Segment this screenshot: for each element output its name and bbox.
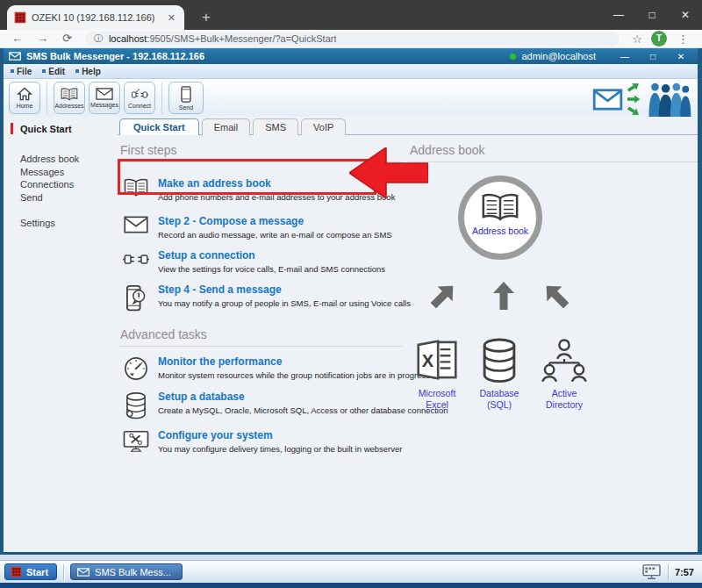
bookmark-star-icon[interactable]: ☆ [628, 32, 646, 46]
toolbar-addresses-button[interactable]: Addresses [54, 82, 85, 114]
phone-icon [181, 86, 191, 103]
logo-envelope-icon [592, 88, 624, 111]
item-setup-a-connection[interactable]: Setup a connection View the settings for… [118, 249, 402, 274]
item-send-a-message[interactable]: Step 4 - Send a message You may notify a… [118, 283, 402, 312]
app-menubar: File Edit Help [4, 64, 698, 79]
sidebar: Quick Start Address book Messages Connec… [4, 117, 118, 552]
item-title-link[interactable]: Setup a connection [158, 249, 385, 262]
sidebar-item-send[interactable]: Send [20, 191, 118, 204]
item-title-link[interactable]: Step 2 - Compose a message [158, 215, 392, 227]
monitor-tools-icon [121, 429, 151, 454]
menu-help[interactable]: Help [72, 67, 108, 76]
start-grid-icon [11, 566, 22, 577]
browser-minimize-button[interactable]: — [602, 0, 635, 30]
item-make-an-address-book[interactable]: Make an address book Add phone numbers a… [118, 171, 402, 202]
address-book-heading: Address book [408, 143, 698, 162]
quick-start-content: First steps Make an address book Add pho [118, 135, 698, 552]
tab-email[interactable]: Email [202, 118, 251, 135]
tab-voip[interactable]: VoIP [301, 118, 346, 135]
sidebar-item-settings[interactable]: Settings [20, 218, 118, 228]
content-tabs: Quick Start Email SMS VoIP [118, 117, 698, 135]
envelope-icon [121, 215, 151, 240]
address-book-icon [480, 193, 520, 222]
back-icon[interactable]: ← [7, 30, 27, 47]
item-compose-a-message[interactable]: Step 2 - Compose a message Record an aud… [118, 215, 402, 240]
app-toolbar: Home Addresses Messages [4, 79, 698, 117]
profile-avatar[interactable]: T [651, 31, 667, 47]
sidebar-item-messages[interactable]: Messages [20, 166, 118, 179]
item-setup-a-database[interactable]: Setup a database Create a MySQL, Oracle,… [118, 391, 402, 419]
address-bar[interactable]: ⓘ localhost:9505/SMS+Bulk+Messenger/?a=Q… [85, 32, 620, 47]
source-database-sql: Database (SQL) [469, 336, 530, 410]
source-label: Active Directory [534, 388, 595, 410]
svg-text:X: X [422, 351, 434, 370]
browser-chrome: OZEKI 10 (192.168.112.166) ✕ + — □ ✕ ← →… [0, 0, 702, 48]
plug-icon [131, 87, 148, 101]
menu-bullet-icon [42, 69, 46, 73]
start-button[interactable]: Start [4, 563, 57, 580]
url-path: :9505/SMS+Bulk+Messenger/?a=QuickStart [147, 33, 336, 44]
message-envelope-icon [96, 88, 113, 100]
browser-tab-title: OZEKI 10 (192.168.112.166) [32, 12, 161, 23]
menu-file[interactable]: File [7, 67, 39, 76]
item-monitor-the-performance[interactable]: Monitor the performance Monitor system r… [118, 355, 402, 381]
page-info-icon[interactable]: ⓘ [94, 32, 103, 45]
ozeki-logo [592, 82, 692, 117]
new-tab-button[interactable]: + [195, 7, 218, 28]
online-status-dot [510, 54, 516, 60]
taskbar-task-sms-bulk-messenger[interactable]: SMS Bulk Mess... [70, 563, 183, 580]
app-close-button[interactable]: ✕ [670, 52, 692, 61]
item-configure-your-system[interactable]: Configure your system You may configure … [118, 429, 402, 454]
tab-close-icon[interactable]: ✕ [166, 12, 177, 24]
tab-sms[interactable]: SMS [253, 118, 298, 135]
envelope-icon [77, 568, 90, 577]
source-label: Database (SQL) [469, 388, 530, 410]
logo-people-icon [647, 82, 692, 117]
taskbar-bottom-edge [0, 583, 702, 588]
forward-icon[interactable]: → [32, 30, 53, 47]
app-minimize-button[interactable]: — [613, 52, 636, 61]
menu-edit[interactable]: Edit [39, 67, 72, 76]
refresh-icon[interactable]: ⟳ [58, 30, 76, 47]
first-steps-heading: First steps [118, 143, 402, 162]
taskbar: Start SMS Bulk Mess... 7:57 [0, 560, 702, 583]
advanced-tasks-heading: Advanced tasks [118, 327, 402, 347]
active-directory-icon [534, 336, 595, 384]
item-title-link[interactable]: Monitor the performance [158, 355, 430, 368]
toolbar-send-button[interactable]: Send [168, 82, 204, 114]
item-title-link[interactable]: Setup a database [158, 391, 448, 403]
gauge-icon [121, 355, 151, 381]
tab-quick-start[interactable]: Quick Start [119, 118, 199, 135]
item-description: Add phone numbers and e-mail addresses t… [158, 192, 395, 202]
browser-tab[interactable]: OZEKI 10 (192.168.112.166) ✕ [7, 5, 184, 30]
browser-toolbar: ← → ⟳ ⓘ localhost:9505/SMS+Bulk+Messenge… [0, 30, 702, 48]
source-label: Microsoft Excel [406, 388, 468, 410]
sms-bulk-messenger-window: SMS Bulk Messenger - 192.168.112.166 adm… [0, 48, 702, 555]
toolbar-home-button[interactable]: Home [9, 82, 40, 114]
phone-message-icon [121, 283, 151, 312]
browser-close-button[interactable]: ✕ [669, 0, 702, 30]
url-text: localhost:9505/SMS+Bulk+Messenger/?a=Qui… [109, 33, 337, 44]
tray-monitor-icon[interactable] [642, 564, 662, 580]
item-title-link[interactable]: Make an address book [158, 177, 395, 190]
app-title: SMS Bulk Messenger - 192.168.112.166 [26, 51, 505, 61]
sidebar-item-connections[interactable]: Connections [20, 178, 118, 191]
taskbar-separator [668, 564, 669, 580]
browser-maximize-button[interactable]: □ [635, 0, 669, 30]
sidebar-item-quick-start[interactable]: Quick Start [11, 123, 118, 134]
ozeki-favicon-icon [14, 11, 26, 24]
toolbar-separator [47, 82, 47, 114]
excel-icon: X [406, 336, 468, 384]
app-maximize-button[interactable]: □ [641, 52, 664, 61]
toolbar-messages-button[interactable]: Messages [89, 82, 120, 114]
bubble-label: Address book [472, 226, 528, 236]
source-active-directory: Active Directory [534, 336, 595, 410]
item-title-link[interactable]: Configure your system [158, 429, 402, 441]
taskbar-clock: 7:57 [675, 567, 698, 577]
sidebar-item-address-book[interactable]: Address book [20, 153, 118, 166]
browser-menu-icon[interactable]: ⋮ [672, 32, 695, 46]
item-title-link[interactable]: Step 4 - Send a message [158, 283, 411, 296]
database-icon [121, 391, 151, 419]
taskbar-separator [63, 564, 64, 580]
toolbar-connect-button[interactable]: Connect [124, 82, 155, 114]
